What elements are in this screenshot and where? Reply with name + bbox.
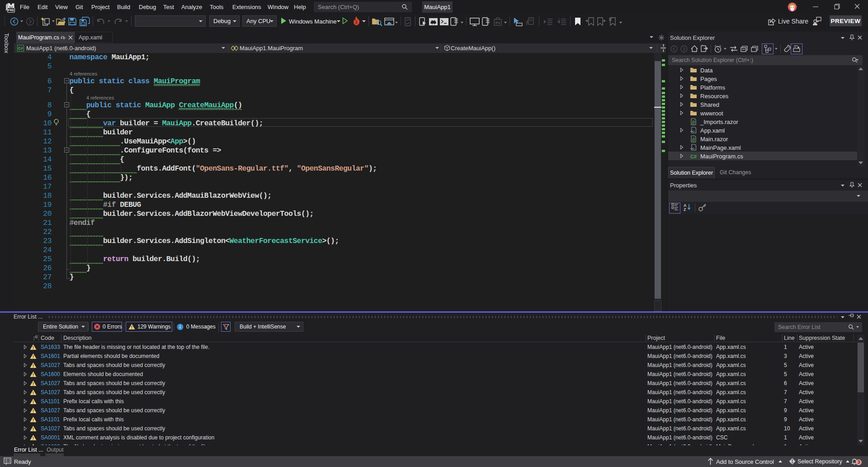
svg-text:@: @ xyxy=(692,138,695,143)
svg-text:IPA: IPA xyxy=(495,21,500,24)
svg-text:C#: C# xyxy=(690,154,697,159)
svg-text:?: ? xyxy=(558,18,560,21)
svg-text:@: @ xyxy=(692,120,695,125)
svg-text:Z: Z xyxy=(684,207,686,212)
svg-text:C#: C# xyxy=(18,46,23,51)
